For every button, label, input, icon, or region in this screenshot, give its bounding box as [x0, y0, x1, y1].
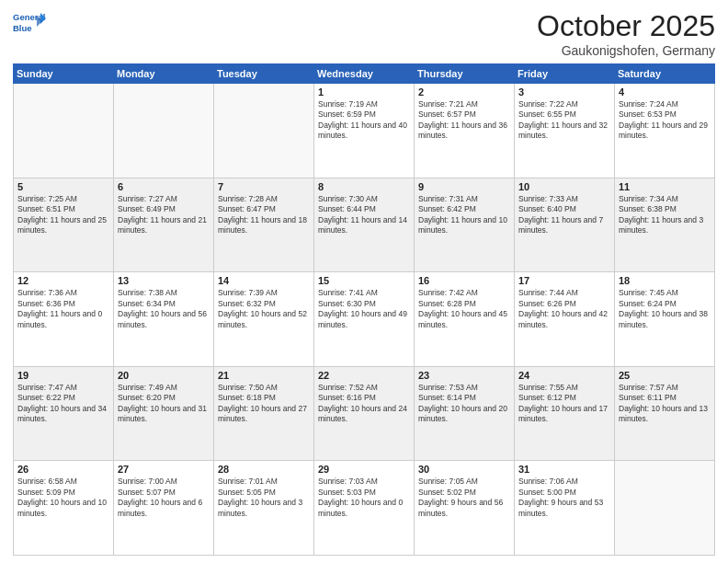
- col-friday: Friday: [515, 64, 615, 84]
- day-number: 3: [518, 86, 610, 98]
- day-number: 29: [318, 464, 410, 475]
- day-number: 26: [17, 464, 109, 475]
- table-row: 21Sunrise: 7:50 AMSunset: 6:18 PMDayligh…: [214, 366, 314, 461]
- table-row: [615, 461, 715, 556]
- day-info: Sunrise: 7:25 AMSunset: 6:51 PMDaylight:…: [17, 194, 109, 236]
- table-row: 17Sunrise: 7:44 AMSunset: 6:26 PMDayligh…: [515, 272, 615, 367]
- day-info: Sunrise: 7:06 AMSunset: 5:00 PMDaylight:…: [518, 477, 610, 519]
- day-info: Sunrise: 7:27 AMSunset: 6:49 PMDaylight:…: [118, 194, 210, 236]
- table-row: 7Sunrise: 7:28 AMSunset: 6:47 PMDaylight…: [214, 178, 314, 272]
- table-row: 11Sunrise: 7:34 AMSunset: 6:38 PMDayligh…: [615, 178, 715, 272]
- day-info: Sunrise: 7:34 AMSunset: 6:38 PMDaylight:…: [619, 194, 711, 236]
- col-thursday: Thursday: [415, 64, 515, 84]
- day-number: 4: [619, 86, 711, 98]
- table-row: [114, 84, 214, 178]
- day-number: 25: [619, 370, 711, 381]
- day-number: 31: [518, 464, 610, 475]
- day-info: Sunrise: 7:36 AMSunset: 6:36 PMDaylight:…: [17, 288, 109, 330]
- table-row: [14, 84, 114, 178]
- table-row: 5Sunrise: 7:25 AMSunset: 6:51 PMDaylight…: [14, 178, 114, 272]
- day-info: Sunrise: 7:33 AMSunset: 6:40 PMDaylight:…: [518, 194, 610, 236]
- day-info: Sunrise: 7:22 AMSunset: 6:55 PMDaylight:…: [518, 99, 610, 142]
- day-info: Sunrise: 7:05 AMSunset: 5:02 PMDaylight:…: [418, 477, 510, 519]
- col-tuesday: Tuesday: [214, 64, 314, 84]
- calendar-week-row: 1Sunrise: 7:19 AMSunset: 6:59 PMDaylight…: [14, 84, 715, 178]
- col-sunday: Sunday: [14, 64, 114, 84]
- day-info: Sunrise: 7:24 AMSunset: 6:53 PMDaylight:…: [619, 99, 711, 142]
- calendar-table: Sunday Monday Tuesday Wednesday Thursday…: [13, 63, 715, 556]
- day-info: Sunrise: 7:39 AMSunset: 6:32 PMDaylight:…: [218, 288, 310, 330]
- day-number: 5: [17, 181, 109, 192]
- day-info: Sunrise: 7:21 AMSunset: 6:57 PMDaylight:…: [418, 99, 510, 142]
- table-row: 31Sunrise: 7:06 AMSunset: 5:00 PMDayligh…: [515, 461, 615, 556]
- location: Gaukonigshofen, Germany: [537, 43, 715, 58]
- day-number: 17: [518, 275, 610, 286]
- day-number: 18: [619, 275, 711, 286]
- day-number: 8: [318, 181, 410, 192]
- table-row: 28Sunrise: 7:01 AMSunset: 5:05 PMDayligh…: [214, 461, 314, 556]
- day-number: 7: [218, 181, 310, 192]
- day-number: 27: [118, 464, 210, 475]
- table-row: 29Sunrise: 7:03 AMSunset: 5:03 PMDayligh…: [314, 461, 415, 556]
- day-number: 28: [218, 464, 310, 475]
- table-row: 25Sunrise: 7:57 AMSunset: 6:11 PMDayligh…: [615, 366, 715, 461]
- day-info: Sunrise: 7:55 AMSunset: 6:12 PMDaylight:…: [518, 383, 610, 425]
- day-info: Sunrise: 7:50 AMSunset: 6:18 PMDaylight:…: [218, 383, 310, 425]
- day-info: Sunrise: 7:41 AMSunset: 6:30 PMDaylight:…: [318, 288, 410, 330]
- table-row: [214, 84, 314, 178]
- day-info: Sunrise: 7:30 AMSunset: 6:44 PMDaylight:…: [318, 194, 410, 236]
- table-row: 4Sunrise: 7:24 AMSunset: 6:53 PMDaylight…: [615, 84, 715, 178]
- table-row: 9Sunrise: 7:31 AMSunset: 6:42 PMDaylight…: [415, 178, 515, 272]
- table-row: 14Sunrise: 7:39 AMSunset: 6:32 PMDayligh…: [214, 272, 314, 367]
- table-row: 3Sunrise: 7:22 AMSunset: 6:55 PMDaylight…: [515, 84, 615, 178]
- table-row: 23Sunrise: 7:53 AMSunset: 6:14 PMDayligh…: [415, 366, 515, 461]
- day-number: 11: [619, 181, 711, 192]
- day-info: Sunrise: 7:45 AMSunset: 6:24 PMDaylight:…: [619, 288, 711, 330]
- col-wednesday: Wednesday: [314, 64, 415, 84]
- day-number: 6: [118, 181, 210, 192]
- day-number: 9: [418, 181, 510, 192]
- table-row: 26Sunrise: 6:58 AMSunset: 5:09 PMDayligh…: [14, 461, 114, 556]
- calendar-week-row: 26Sunrise: 6:58 AMSunset: 5:09 PMDayligh…: [14, 461, 715, 556]
- table-row: 13Sunrise: 7:38 AMSunset: 6:34 PMDayligh…: [114, 272, 214, 367]
- table-row: 1Sunrise: 7:19 AMSunset: 6:59 PMDaylight…: [314, 84, 415, 178]
- table-row: 8Sunrise: 7:30 AMSunset: 6:44 PMDaylight…: [314, 178, 415, 272]
- table-row: 20Sunrise: 7:49 AMSunset: 6:20 PMDayligh…: [114, 366, 214, 461]
- day-number: 2: [418, 86, 510, 98]
- day-number: 1: [318, 86, 410, 98]
- day-info: Sunrise: 7:52 AMSunset: 6:16 PMDaylight:…: [318, 383, 410, 425]
- header: General Blue October 2025 Gaukonigshofen…: [13, 9, 715, 58]
- table-row: 12Sunrise: 7:36 AMSunset: 6:36 PMDayligh…: [14, 272, 114, 367]
- day-info: Sunrise: 7:49 AMSunset: 6:20 PMDaylight:…: [118, 383, 210, 425]
- logo-icon: General Blue: [13, 9, 46, 35]
- day-number: 14: [218, 275, 310, 286]
- title-area: October 2025 Gaukonigshofen, Germany: [537, 9, 715, 58]
- day-info: Sunrise: 7:57 AMSunset: 6:11 PMDaylight:…: [619, 383, 711, 425]
- table-row: 27Sunrise: 7:00 AMSunset: 5:07 PMDayligh…: [114, 461, 214, 556]
- day-number: 13: [118, 275, 210, 286]
- table-row: 18Sunrise: 7:45 AMSunset: 6:24 PMDayligh…: [615, 272, 715, 367]
- day-number: 15: [318, 275, 410, 286]
- day-info: Sunrise: 7:38 AMSunset: 6:34 PMDaylight:…: [118, 288, 210, 330]
- table-row: 2Sunrise: 7:21 AMSunset: 6:57 PMDaylight…: [415, 84, 515, 178]
- day-info: Sunrise: 7:01 AMSunset: 5:05 PMDaylight:…: [218, 477, 310, 519]
- calendar-header-row: Sunday Monday Tuesday Wednesday Thursday…: [14, 64, 715, 84]
- day-number: 16: [418, 275, 510, 286]
- col-saturday: Saturday: [615, 64, 715, 84]
- day-info: Sunrise: 7:53 AMSunset: 6:14 PMDaylight:…: [418, 383, 510, 425]
- day-number: 23: [418, 370, 510, 381]
- table-row: 6Sunrise: 7:27 AMSunset: 6:49 PMDaylight…: [114, 178, 214, 272]
- svg-text:Blue: Blue: [13, 23, 32, 33]
- table-row: 30Sunrise: 7:05 AMSunset: 5:02 PMDayligh…: [415, 461, 515, 556]
- table-row: 24Sunrise: 7:55 AMSunset: 6:12 PMDayligh…: [515, 366, 615, 461]
- day-info: Sunrise: 7:00 AMSunset: 5:07 PMDaylight:…: [118, 477, 210, 519]
- day-info: Sunrise: 7:42 AMSunset: 6:28 PMDaylight:…: [418, 288, 510, 330]
- table-row: 15Sunrise: 7:41 AMSunset: 6:30 PMDayligh…: [314, 272, 415, 367]
- calendar-week-row: 12Sunrise: 7:36 AMSunset: 6:36 PMDayligh…: [14, 272, 715, 367]
- table-row: 22Sunrise: 7:52 AMSunset: 6:16 PMDayligh…: [314, 366, 415, 461]
- month-title: October 2025: [537, 9, 715, 43]
- day-number: 30: [418, 464, 510, 475]
- day-info: Sunrise: 7:31 AMSunset: 6:42 PMDaylight:…: [418, 194, 510, 236]
- day-number: 21: [218, 370, 310, 381]
- day-info: Sunrise: 7:44 AMSunset: 6:26 PMDaylight:…: [518, 288, 610, 330]
